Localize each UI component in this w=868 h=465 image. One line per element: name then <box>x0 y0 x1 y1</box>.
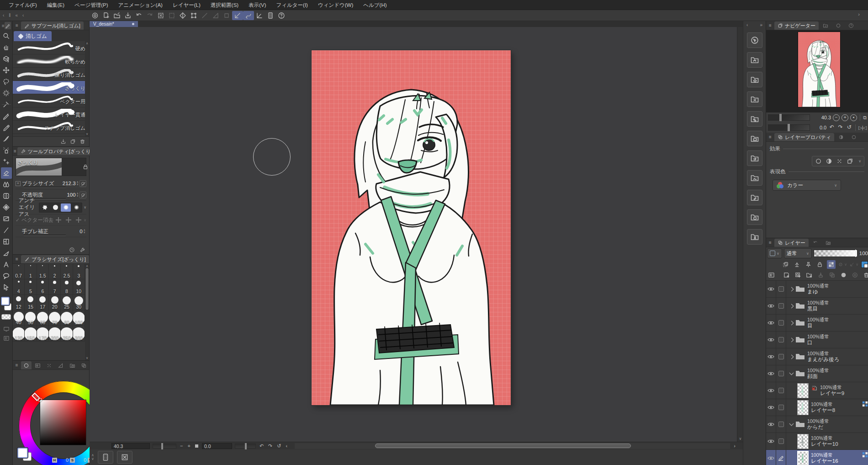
layer-panel-tab[interactable]: レイヤー <box>774 239 809 247</box>
collapse-controls-icon[interactable]: ‹ <box>285 443 289 449</box>
opacity-dynamics-button[interactable] <box>79 192 86 198</box>
apply-mask-button[interactable] <box>851 271 859 279</box>
brush-size-cell[interactable]: 80 <box>61 310 73 326</box>
fit-to-window-icon[interactable]: ⧉ <box>863 115 866 121</box>
material-folder-button-6[interactable] <box>747 150 762 166</box>
transparent-color-swatch[interactable] <box>1 314 11 320</box>
expand-chevron-icon[interactable] <box>789 287 794 291</box>
lock-transparent-pixels-button[interactable] <box>827 260 836 269</box>
brush-size-dynamics-button[interactable] <box>79 180 86 187</box>
layer-visibility-toggle[interactable] <box>766 331 776 348</box>
tool-frame-border[interactable] <box>1 236 12 247</box>
brush-size-cell[interactable]: 300 <box>73 326 85 342</box>
layer-select-cell[interactable] <box>776 382 786 399</box>
tool-zoom[interactable] <box>1 30 12 42</box>
lock-layer-button[interactable] <box>815 260 824 269</box>
navigator-rotate-slider[interactable] <box>768 124 810 131</box>
scale-rotate-button[interactable] <box>188 11 199 20</box>
redo-button[interactable] <box>144 11 155 20</box>
layer-color-combo[interactable]: ∨ <box>767 248 782 258</box>
divider-grip-icon[interactable]: ‖ <box>9 13 11 18</box>
quick-access-button[interactable] <box>265 11 276 20</box>
sv-marker[interactable] <box>38 398 42 402</box>
subtool-panel-menu-icon[interactable]: ≡ <box>14 21 20 30</box>
color-set-tab[interactable] <box>44 361 54 369</box>
deselect-button[interactable] <box>155 11 166 20</box>
layer-list-view-button[interactable] <box>767 271 776 279</box>
brush-size-cell[interactable]: 1 <box>25 264 37 279</box>
item-bank-tab[interactable] <box>832 21 844 30</box>
save-button[interactable] <box>122 11 133 20</box>
layer-checkbox[interactable] <box>778 438 784 444</box>
screen-settings-icon[interactable] <box>3 326 10 332</box>
rotate-right-icon[interactable]: ↷ <box>267 443 273 449</box>
subview-tab[interactable] <box>820 21 831 30</box>
material-folder-button-1[interactable] <box>747 52 762 68</box>
vector-erase-checkbox[interactable]: ✓ <box>16 217 20 223</box>
expand-chevron-icon[interactable] <box>789 304 794 308</box>
layer-visibility-toggle[interactable] <box>766 416 776 433</box>
subtool-item[interactable]: スナップ消しゴム <box>13 121 89 134</box>
material-folder-button-10[interactable] <box>747 229 762 245</box>
brush-size-cell[interactable]: 100 <box>73 310 85 326</box>
horizontal-scrollbar[interactable] <box>295 443 730 449</box>
layer-select-cell[interactable] <box>776 433 786 449</box>
invert-selection-button[interactable] <box>177 11 188 20</box>
tool-gradient-map[interactable] <box>1 213 12 224</box>
approx-color-tab[interactable] <box>55 361 66 369</box>
tool-eyedropper[interactable] <box>1 99 12 110</box>
nav-rotate-right-icon[interactable]: ↷ <box>837 124 844 131</box>
tool-decoration[interactable] <box>1 156 12 167</box>
layer-property-menu-icon[interactable]: ≡ <box>767 133 773 141</box>
create-layer-mask-button[interactable] <box>839 271 848 279</box>
brush-size-slider[interactable] <box>24 187 66 188</box>
navigator-preview[interactable] <box>766 30 868 112</box>
main-color-swatch[interactable] <box>1 297 10 305</box>
effect-dropdown-icon[interactable]: ∨ <box>858 159 861 163</box>
document-tab[interactable]: V_desain* <box>90 21 138 27</box>
layer-checkbox[interactable] <box>778 303 784 309</box>
aa-none-button[interactable] <box>40 203 50 212</box>
layer-visibility-toggle[interactable] <box>766 281 776 297</box>
animation-cels-tab[interactable] <box>835 133 847 141</box>
黒目[interactable]: 100%通常 黒目 <box>766 298 868 315</box>
snap-to-ruler-button[interactable] <box>232 11 243 20</box>
brush-size-cell[interactable]: 30 <box>73 295 85 310</box>
menu-item[interactable]: 編集(E) <box>42 0 69 10</box>
material-collapse-icon[interactable]: ‹ <box>746 22 748 27</box>
horizontal-scrollbar-thumb[interactable] <box>375 444 631 448</box>
import-subtool-icon[interactable] <box>60 139 66 144</box>
brush-size-cell[interactable]: 60 <box>37 310 49 326</box>
layer-search-tab[interactable] <box>848 133 860 141</box>
vector-erase-whole-icon[interactable] <box>75 217 82 223</box>
color-mixing-tab[interactable] <box>79 361 89 369</box>
brush-size-stepper[interactable]: ∧∨ <box>77 181 79 186</box>
fit-to-screen-button[interactable] <box>117 451 132 464</box>
vector-erase-intersection-icon[interactable] <box>65 217 72 223</box>
expand-chevron-icon[interactable] <box>789 354 794 359</box>
目[interactable]: 100%通常 目 <box>766 315 868 331</box>
expression-color-select[interactable]: カラー ∨ <box>773 180 841 191</box>
set-as-draft-button[interactable] <box>804 260 813 269</box>
zoom-100-icon[interactable] <box>195 444 198 448</box>
layer-checkbox[interactable] <box>778 405 784 410</box>
顔面[interactable]: 100%通常 顔面 <box>766 365 868 382</box>
subtool-item[interactable]: 軟らかめ <box>13 54 89 68</box>
tool-palette-tab[interactable] <box>5 22 11 29</box>
clip-to-layer-below-button[interactable] <box>781 260 790 269</box>
brush-size-cell[interactable]: 150 <box>25 326 37 342</box>
brush-size-cell[interactable]: 2 <box>49 264 61 279</box>
new-file-button[interactable] <box>101 11 111 20</box>
expand-chevron-icon[interactable] <box>789 337 794 342</box>
layer-panel-menu-icon[interactable]: ≡ <box>767 239 773 247</box>
layer-select-cell[interactable] <box>776 298 786 314</box>
tool-gradient[interactable] <box>1 202 12 213</box>
layer-checkbox[interactable] <box>778 371 784 376</box>
zoom-out-icon[interactable]: − <box>179 443 184 449</box>
stabilization-value[interactable]: 0 <box>79 229 82 234</box>
subtool-item[interactable]: 練り消しゴム <box>13 68 89 81</box>
material-expand-icon[interactable]: » <box>760 22 762 27</box>
new-vector-layer-button[interactable] <box>794 271 802 279</box>
zoom-value-box[interactable]: 40.3 <box>111 443 150 449</box>
vertical-scrollbar[interactable]: ∨ <box>737 27 743 442</box>
